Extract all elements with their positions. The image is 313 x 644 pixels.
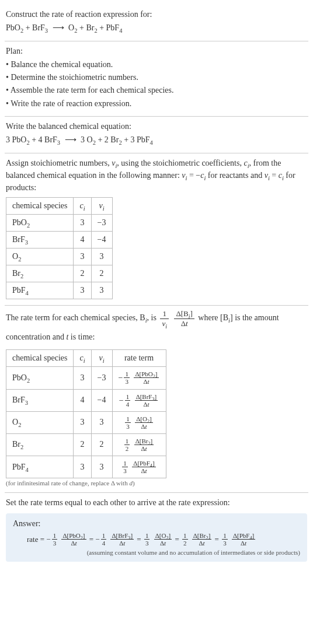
cell-c: 3	[74, 367, 91, 389]
delta: Δ[Br	[193, 532, 206, 539]
sign: −	[119, 373, 123, 382]
balanced-equation: 3 PbO2 + 4 BrF3 ⟶ 3 O2 + 2 Br2 + 3 PbF4	[6, 132, 307, 147]
delta: Δ[B	[176, 309, 188, 318]
fraction: Δ[Br2]Δt	[192, 532, 212, 547]
cell-c: 4	[74, 389, 91, 411]
close: ]	[155, 393, 157, 400]
sign: −	[46, 535, 50, 544]
table-row: BrF3 4 −4	[6, 232, 113, 249]
cell-species: Br2	[6, 265, 74, 282]
subscript: i	[103, 205, 105, 212]
cell-nu: −4	[91, 389, 112, 411]
fraction: 13	[144, 532, 150, 547]
close: ]	[208, 532, 211, 539]
denominator: 3	[125, 423, 131, 430]
text: for reactants and	[206, 171, 264, 180]
rateterm-text: The rate term for each chemical species,…	[6, 309, 307, 346]
close: ]	[152, 460, 155, 467]
fraction: 14	[125, 393, 131, 408]
answer-box: Answer: rate = −13 Δ[PbO2]Δt = −14 Δ[BrF…	[6, 513, 307, 562]
cell-nu: 3	[91, 411, 112, 433]
fraction: Δ[Br2]Δt	[134, 438, 154, 452]
cell-rateterm: 12 Δ[Br2]Δt	[112, 433, 166, 456]
table-row: PbO2 3 −3 −13 Δ[PbO2]Δt	[6, 367, 166, 389]
close: ]	[169, 532, 171, 539]
sp: PbO	[12, 373, 27, 382]
table-header-row: chemical species ci νi	[6, 198, 113, 215]
text: is time:	[68, 332, 95, 341]
numerator: 1	[182, 532, 188, 540]
answer-note: (assuming constant volume and no accumul…	[13, 549, 300, 556]
denominator: νi	[160, 319, 169, 328]
th-species: chemical species	[6, 350, 74, 367]
table-row: O2 3 3 13 Δ[O2]Δt	[6, 411, 166, 433]
numerator: 1	[101, 532, 107, 540]
eq: =	[173, 535, 181, 544]
cell-c: 3	[74, 411, 91, 433]
th-c: ci	[74, 350, 91, 367]
th-rate: rate term	[112, 350, 166, 367]
cell-species: BrF3	[6, 232, 74, 249]
answer-label: Answer:	[13, 519, 300, 528]
numerator: Δ[O2]	[135, 415, 152, 423]
numerator: 1	[124, 370, 130, 378]
numerator: 1	[144, 532, 150, 540]
denominator: 3	[124, 378, 130, 385]
fraction: Δ[PbF4]Δt	[132, 460, 155, 474]
fraction: 13	[222, 532, 228, 547]
text: , is	[147, 314, 159, 323]
intro-equation: PbO2 + BrF3 ⟶ O2 + Br2 + PbF4	[6, 20, 307, 35]
fraction: 12	[124, 438, 130, 452]
text: , using the stoichiometric coefficients,	[117, 159, 244, 167]
subscript: 2	[20, 444, 23, 450]
cell-species: O2	[6, 249, 74, 265]
species: PbF	[106, 23, 120, 32]
fraction: 13	[124, 370, 130, 385]
subscript: i	[103, 358, 105, 364]
numerator: 1	[122, 460, 128, 467]
text: = −	[187, 171, 200, 180]
cell-c: 4	[74, 232, 91, 249]
cell-rateterm: −13 Δ[PbO2]Δt	[112, 367, 166, 389]
species: PbO	[6, 23, 20, 32]
close: ]	[149, 415, 152, 422]
numerator: 1	[222, 532, 228, 540]
close: ]	[151, 438, 153, 444]
table-row: O2 3 3	[6, 249, 113, 265]
sp: BrF	[12, 235, 25, 244]
subscript: 2	[18, 422, 21, 428]
delta: Δ[O	[136, 415, 147, 422]
delta: Δ[PbF	[133, 460, 149, 467]
th-nu: νi	[91, 350, 112, 367]
species: BrF	[32, 23, 45, 32]
final-title: Set the rate terms equal to each other t…	[6, 496, 307, 509]
numerator: 1	[52, 532, 58, 540]
denominator: 4	[125, 401, 131, 408]
denominator: Δt	[174, 319, 194, 328]
delta: Δ[PbF	[233, 532, 249, 539]
numerator: 1	[125, 415, 131, 423]
close: ]	[130, 532, 133, 539]
table-row: PbF4 3 3	[6, 282, 113, 299]
rateterm-note: (for infinitesimal rate of change, repla…	[6, 480, 307, 487]
assign-section: Assign stoichiometric numbers, νi, using…	[5, 153, 308, 305]
subscript: 2	[18, 256, 21, 262]
cell-c: 3	[74, 215, 91, 232]
stoich-table: chemical species ci νi PbO2 3 −3 BrF3 4 …	[6, 197, 113, 299]
th-species: chemical species	[6, 198, 74, 215]
close: ]	[155, 370, 158, 377]
cell-nu: 3	[91, 282, 112, 299]
subscript: 3	[25, 400, 28, 406]
cell-c: 3	[74, 249, 91, 265]
cell-species: PbF4	[6, 456, 74, 478]
species: Br	[86, 23, 94, 32]
term: + 4 BrF	[30, 135, 57, 144]
plan-item: • Assemble the rate term for each chemic…	[6, 84, 307, 97]
numerator: 1	[160, 309, 169, 319]
table-row: PbF4 3 3 13 Δ[PbF4]Δt	[6, 456, 166, 478]
final-section: Set the rate terms equal to each other t…	[5, 493, 308, 568]
numerator: 1	[125, 393, 131, 401]
numerator: Δ[PbF4]	[232, 532, 255, 540]
cell-rateterm: −14 Δ[BrF3]Δt	[112, 389, 166, 411]
denominator: Δt	[154, 540, 172, 547]
